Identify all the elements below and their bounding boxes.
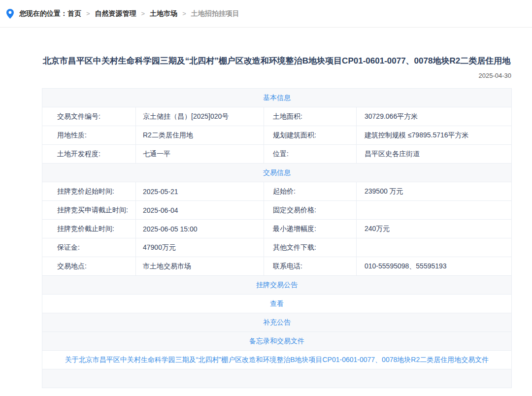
table-row: 查看 (42, 295, 512, 313)
value-deposit: 47900万元 (136, 238, 264, 257)
value-bidding-deadline: 2025-06-05 15:00 (136, 220, 264, 238)
value-listing-start-time: 2025-05-21 (136, 182, 264, 201)
breadcrumb-land-market[interactable]: 土地市场 (150, 9, 177, 18)
breadcrumb: 您现在的位置： 首页 > 自然资源管理 > 土地市场 > 土地招拍挂项目 (0, 0, 532, 28)
table-row: 用地性质: R2二类居住用地 规划建筑面积: 建筑控制规模 ≤79895.571… (42, 126, 512, 145)
publish-date: 2025-04-30 (42, 72, 511, 81)
view-link[interactable]: 查看 (42, 295, 512, 313)
label-document-number: 交易文件编号: (42, 107, 136, 126)
breadcrumb-separator: > (141, 10, 145, 17)
breadcrumb-natural-resources[interactable]: 自然资源管理 (95, 9, 136, 18)
table-row: 交易文件编号: 京土储挂（昌）[2025]020号 土地面积: 30729.06… (42, 107, 512, 126)
value-minimum-increment: 240万元 (357, 220, 512, 238)
breadcrumb-separator: > (86, 10, 90, 17)
section-title-basic-info: 基本信息 (42, 89, 512, 107)
label-application-deadline: 挂牌竞买申请截止时间: (42, 201, 136, 220)
value-starting-price: 239500 万元 (357, 182, 512, 201)
clipped-section-row (42, 369, 512, 388)
label-other-files-download: 其他文件下载: (264, 238, 357, 257)
value-other-files-download (357, 238, 512, 257)
section-title-memo-and-documents: 备忘录和交易文件 (42, 332, 512, 351)
label-bidding-deadline: 挂牌竞价截止时间: (42, 220, 136, 238)
value-location: 昌平区史各庄街道 (357, 145, 512, 164)
label-minimum-increment: 最小递增幅度: (264, 220, 357, 238)
section-header-row: 基本信息 (42, 89, 512, 107)
section-header-row: 挂牌交易公告 (42, 276, 512, 295)
value-document-number: 京土储挂（昌）[2025]020号 (136, 107, 264, 126)
location-pin-icon (6, 9, 14, 19)
value-contact-phone: 010-55595098、55595193 (357, 257, 512, 276)
transaction-document-link[interactable]: 关于北京市昌平区中关村生命科学园三期及“北四村”棚户区改造和环境整治B地块项目C… (42, 351, 512, 369)
section-header-row: 补充公告 (42, 313, 512, 332)
section-header-row: 交易信息 (42, 164, 512, 182)
main-content: 北京市昌平区中关村生命科学园三期及“北四村”棚户区改造和环境整治B地块项目CP0… (42, 54, 511, 388)
value-development-level: 七通一平 (136, 145, 264, 164)
breadcrumb-separator: > (182, 10, 186, 17)
table-row: 挂牌竞买申请截止时间: 2025-06-04 固定交易价格: (42, 201, 512, 220)
label-starting-price: 起始价: (264, 182, 357, 201)
label-deposit: 保证金: (42, 238, 136, 257)
table-row: 挂牌竞价起始时间: 2025-05-21 起始价: 239500 万元 (42, 182, 512, 201)
page-title: 北京市昌平区中关村生命科学园三期及“北四村”棚户区改造和环境整治B地块项目CP0… (42, 54, 511, 68)
section-title-supplement-notice: 补充公告 (42, 313, 512, 332)
section-header-row: 备忘录和交易文件 (42, 332, 512, 351)
value-planned-floor-area: 建筑控制规模 ≤79895.5716平方米 (357, 126, 512, 145)
label-listing-start-time: 挂牌竞价起始时间: (42, 182, 136, 201)
breadcrumb-home[interactable]: 首页 (67, 9, 81, 18)
breadcrumb-prefix: 您现在的位置： (19, 9, 67, 18)
land-info-table: 基本信息 交易文件编号: 京土储挂（昌）[2025]020号 土地面积: 307… (42, 88, 512, 388)
value-land-use: R2二类居住用地 (136, 126, 264, 145)
label-land-use: 用地性质: (42, 126, 136, 145)
value-land-area: 30729.066平方米 (357, 107, 512, 126)
label-location: 位置: (264, 145, 357, 164)
label-development-level: 土地开发程度: (42, 145, 136, 164)
label-fixed-price: 固定交易价格: (264, 201, 357, 220)
clipped-row (42, 369, 512, 388)
value-deal-venue: 市土地交易市场 (136, 257, 264, 276)
label-land-area: 土地面积: (264, 107, 357, 126)
table-row: 挂牌竞价截止时间: 2025-06-05 15:00 最小递增幅度: 240万元 (42, 220, 512, 238)
value-fixed-price (357, 201, 512, 220)
value-application-deadline: 2025-06-04 (136, 201, 264, 220)
table-row: 保证金: 47900万元 其他文件下载: (42, 238, 512, 257)
table-row: 交易地点: 市土地交易市场 联系电话: 010-55595098、5559519… (42, 257, 512, 276)
label-planned-floor-area: 规划建筑面积: (264, 126, 357, 145)
label-contact-phone: 联系电话: (264, 257, 357, 276)
label-deal-venue: 交易地点: (42, 257, 136, 276)
section-title-listing-notice: 挂牌交易公告 (42, 276, 512, 295)
table-row: 土地开发程度: 七通一平 位置: 昌平区史各庄街道 (42, 145, 512, 164)
section-title-deal-info: 交易信息 (42, 164, 512, 182)
breadcrumb-current-page: 土地招拍挂项目 (191, 9, 239, 18)
table-row: 关于北京市昌平区中关村生命科学园三期及“北四村”棚户区改造和环境整治B地块项目C… (42, 351, 512, 369)
